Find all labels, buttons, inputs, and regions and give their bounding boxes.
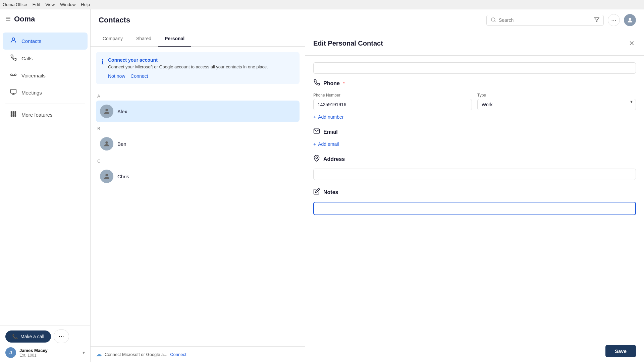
user-extension: Ext. 1001 [19, 353, 79, 358]
content-area: Company Shared Personal ℹ Connect your a… [91, 31, 644, 362]
hamburger-icon[interactable]: ☰ [5, 15, 11, 23]
sidebar-item-voicemails[interactable]: Voicemails [3, 67, 88, 84]
svg-line-17 [494, 21, 495, 22]
app-logo: Ooma [14, 15, 35, 23]
cloud-icon: ☁ [96, 351, 102, 358]
email-section-title-row: Email [313, 128, 636, 136]
user-name: James Macey [19, 348, 79, 353]
tab-company[interactable]: Company [96, 31, 129, 47]
bottom-bar-text: Connect Microsoft or Google a... [105, 352, 167, 357]
notes-section-label: Notes [323, 189, 338, 195]
user-avatar-button[interactable] [624, 14, 636, 26]
connect-link[interactable]: Connect [130, 73, 148, 79]
email-section-icon [313, 128, 320, 136]
more-menu-button[interactable]: ⋯ [608, 14, 620, 26]
phone-section-icon [313, 79, 320, 87]
section-header-c: C [96, 155, 300, 166]
contact-list: A Alex B Ben [91, 89, 305, 346]
section-header-b: B [96, 122, 300, 133]
sidebar-item-label-meetings: Meetings [21, 90, 42, 96]
svg-rect-11 [13, 113, 14, 114]
svg-rect-9 [15, 112, 16, 113]
close-button[interactable]: ✕ [628, 38, 636, 49]
menu-help[interactable]: Help [81, 2, 90, 7]
phone-number-input[interactable] [313, 99, 472, 110]
save-button[interactable]: Save [605, 345, 636, 357]
required-star: * [343, 81, 345, 86]
contact-name-alex: Alex [117, 109, 127, 114]
chevron-down-icon[interactable]: ▾ [83, 350, 85, 355]
top-bar-actions: ⋯ [486, 14, 636, 26]
notes-input[interactable] [313, 202, 636, 215]
svg-rect-10 [11, 113, 12, 114]
phone-section-title-row: Phone * [313, 79, 636, 87]
phone-icon: 📞 [12, 334, 18, 339]
menu-ooma-office[interactable]: Ooma Office [3, 2, 27, 7]
top-hidden-input[interactable] [313, 62, 636, 74]
top-hidden-field [313, 62, 636, 74]
sidebar-item-more[interactable]: More features [3, 107, 88, 123]
contact-name-chris: Chris [117, 174, 129, 179]
user-details: James Macey Ext. 1001 [19, 348, 79, 358]
menu-edit[interactable]: Edit [33, 2, 40, 7]
plus-icon-email: + [313, 141, 316, 147]
sidebar-footer: 📞 Make a call ⋯ J James Macey Ext. 1001 … [0, 325, 90, 362]
avatar: J [5, 347, 16, 358]
svg-point-1 [11, 74, 12, 76]
bottom-connect-link[interactable]: Connect [170, 352, 186, 357]
edit-footer: Save [305, 340, 644, 362]
svg-rect-14 [13, 115, 14, 116]
list-item[interactable]: Ben [96, 133, 300, 155]
svg-rect-12 [15, 113, 16, 114]
svg-point-19 [629, 18, 631, 20]
meetings-icon [9, 88, 17, 97]
more-options-button[interactable]: ⋯ [54, 329, 69, 343]
phone-number-label: Phone Number [313, 93, 472, 98]
more-features-icon [9, 111, 17, 119]
contact-name-ben: Ben [117, 141, 126, 147]
email-section: Email + Add email [313, 128, 636, 147]
svg-rect-4 [11, 89, 16, 94]
contact-avatar-alex [100, 105, 113, 118]
address-section-title-row: Address [313, 155, 636, 163]
sidebar-item-contacts[interactable]: Contacts [3, 33, 88, 50]
edit-panel-title: Edit Personal Contact [313, 40, 383, 47]
top-bar: Contacts ⋯ [91, 9, 644, 31]
search-input[interactable] [499, 17, 591, 23]
contacts-icon [9, 37, 17, 46]
address-input[interactable] [313, 169, 636, 180]
contacts-panel: Company Shared Personal ℹ Connect your a… [91, 31, 305, 362]
page-title: Contacts [99, 16, 130, 24]
svg-rect-7 [11, 112, 12, 113]
main-content: Contacts ⋯ [91, 9, 644, 362]
svg-point-16 [491, 18, 495, 21]
phone-type-select[interactable]: Work Home Mobile Other [477, 99, 636, 110]
bottom-connect-bar: ☁ Connect Microsoft or Google a... Conne… [91, 346, 305, 362]
menu-view[interactable]: View [45, 2, 55, 7]
sidebar-item-meetings[interactable]: Meetings [3, 84, 88, 101]
list-item[interactable]: Alex [96, 101, 300, 122]
search-icon [491, 17, 496, 23]
svg-rect-15 [15, 115, 16, 116]
contact-avatar-ben [100, 137, 113, 150]
tab-personal[interactable]: Personal [158, 31, 191, 47]
info-icon: ℹ [101, 58, 104, 79]
tabs: Company Shared Personal [91, 31, 305, 47]
phone-section-label: Phone [323, 80, 340, 86]
phone-type-label: Type [477, 93, 636, 98]
list-item[interactable]: Chris [96, 166, 300, 187]
add-email-link[interactable]: + Add email [313, 141, 636, 147]
notes-section-title-row: Notes [313, 188, 636, 196]
sidebar: ☰ Ooma Contacts Calls Voicemails [0, 9, 91, 362]
menu-window[interactable]: Window [60, 2, 75, 7]
connect-banner: ℹ Connect your account Connect your Micr… [96, 52, 300, 84]
plus-icon: + [313, 114, 316, 120]
tab-shared[interactable]: Shared [129, 31, 158, 47]
sidebar-item-label-contacts: Contacts [21, 38, 41, 44]
filter-icon[interactable] [594, 17, 599, 23]
not-now-link[interactable]: Not now [108, 73, 125, 79]
address-section: Address [313, 155, 636, 180]
make-call-button[interactable]: 📞 Make a call [5, 330, 51, 343]
sidebar-item-calls[interactable]: Calls [3, 50, 88, 67]
add-number-link[interactable]: + Add number [313, 114, 636, 120]
